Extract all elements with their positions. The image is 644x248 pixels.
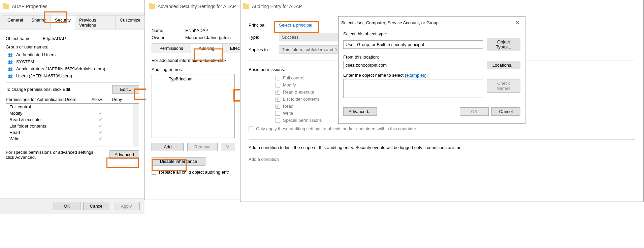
apply-button[interactable]: Apply (113, 202, 140, 210)
perm-checkbox[interactable] (276, 76, 280, 80)
perm-checkbox[interactable] (276, 83, 280, 87)
object-types-button[interactable]: Object Types... (487, 38, 520, 51)
adv-tabs: Permissions Auditing Effec (152, 43, 235, 53)
object-name-label: Object name: (6, 36, 43, 41)
perm-checkbox[interactable] (276, 97, 280, 102)
view-button[interactable]: V (221, 143, 234, 151)
enter-label-row: Enter the object name to select (example… (343, 73, 520, 78)
users-icon (8, 74, 14, 78)
info-text: For additional information, double-click (152, 58, 235, 63)
disable-inheritance-button[interactable]: Disable inheritance (152, 157, 205, 166)
tab-security[interactable]: Security (51, 15, 75, 30)
applies-dropdown[interactable]: This folder, subfolders and fi (279, 45, 343, 54)
window-title: Auditing Entry for ADAP (252, 4, 302, 9)
select-user-dialog: Select User, Computer, Service Account, … (338, 16, 525, 124)
auditing-entries-table[interactable]: Type Principal (152, 74, 235, 138)
permissions-table: Full control Modify Read & execute List … (6, 103, 139, 146)
tab-permissions[interactable]: Permissions (152, 43, 191, 53)
advanced-button[interactable]: Advanced... (343, 107, 377, 116)
owner-label: Owner: (152, 35, 185, 40)
tab-effective[interactable]: Effec (222, 43, 242, 53)
locations-button[interactable]: Locations... (487, 61, 520, 69)
cancel-button[interactable]: Cancel (83, 202, 110, 210)
tabs-row: General Sharing Security Previous Versio… (0, 15, 144, 30)
name-label: Name: (152, 28, 185, 33)
perm-checkbox[interactable] (276, 104, 280, 109)
change-perm-text: To change permissions, click Edit. (6, 87, 71, 92)
object-type-label: Select this object type: (343, 31, 520, 36)
properties-window: ADAP Properties General Sharing Security… (0, 0, 145, 200)
type-label: Type: (249, 35, 279, 40)
replace-label: Replace all child object auditing entr (159, 170, 229, 175)
ok-button[interactable]: OK (460, 107, 489, 116)
tab-customize[interactable]: Customize (116, 15, 145, 30)
folder-icon (243, 4, 249, 9)
perm-checkbox[interactable] (276, 118, 280, 123)
col-type: Type (155, 76, 175, 81)
tab-general[interactable]: General (3, 15, 27, 30)
object-name-value: E:\jaf\ADAP (43, 36, 66, 41)
select-principal-link[interactable]: Select a principal (279, 23, 312, 28)
special-text: For special permissions or advanced sett… (6, 150, 100, 160)
tab-previous[interactable]: Previous Versions (75, 15, 116, 30)
users-icon (8, 67, 14, 71)
list-item[interactable]: Users (JAFRIIN-6579\Users) (6, 72, 139, 79)
perm-header-label: Permissions for Authenticated Users (6, 97, 87, 102)
add-button[interactable]: Add (152, 143, 184, 151)
perm-checkbox[interactable] (276, 90, 280, 95)
scrollbar[interactable] (133, 104, 139, 146)
examples-link[interactable]: examples (406, 73, 425, 78)
window-title: ADAP Properties (12, 4, 47, 9)
titlebar-properties: ADAP Properties (0, 0, 144, 12)
applies-label: Applies to: (249, 47, 279, 52)
dialog-title: Select User, Computer, Service Account, … (341, 20, 439, 25)
owner-value: Mohamed Jafriin (jafriin (185, 35, 231, 40)
allow-col: Allow (87, 97, 107, 102)
group-listbox[interactable]: Authenticated Users SYSTEM Administrator… (6, 51, 139, 82)
principal-label: Principal: (249, 23, 279, 28)
ok-button[interactable]: OK (54, 202, 80, 210)
titlebar-auditing-entry: Auditing Entry for ADAP (240, 0, 643, 12)
properties-content: Object name: E:\jaf\ADAP Group or user n… (0, 30, 144, 198)
window-title: Advanced Security Settings for ADAP (158, 4, 236, 9)
group-label: Group or user names: (6, 44, 139, 49)
select-user-content: Select this object type: User, Group, or… (339, 29, 525, 120)
titlebar-select-user: Select User, Computer, Service Account, … (339, 16, 525, 29)
type-dropdown[interactable]: Success (279, 33, 343, 41)
folder-icon (149, 4, 155, 9)
name-value: E:\jaf\ADAP (185, 28, 208, 33)
only-apply-checkbox[interactable] (249, 127, 253, 131)
users-icon (8, 60, 14, 64)
close-icon[interactable]: ✕ (513, 20, 522, 26)
cancel-button[interactable]: Cancel (491, 107, 520, 116)
entries-label: Auditing entries: (152, 67, 235, 72)
advanced-window: Advanced Security Settings for ADAP Name… (146, 0, 240, 200)
folder-icon (3, 4, 9, 9)
titlebar-advanced: Advanced Security Settings for ADAP (146, 0, 240, 12)
tab-sharing[interactable]: Sharing (27, 15, 51, 30)
condition-text: Add a condition to limit the scope of th… (249, 145, 635, 150)
from-label: From this location: (343, 55, 520, 60)
object-type-field: User, Group, or Built-in security princi… (343, 40, 483, 49)
list-item[interactable]: Authenticated Users (6, 51, 139, 58)
from-field: csez.zohocorpin.com (343, 61, 483, 69)
col-principal: Principal (175, 76, 192, 81)
remove-button[interactable]: Remove (187, 143, 218, 151)
list-item[interactable]: SYSTEM (6, 58, 139, 65)
add-condition-link[interactable]: Add a condition (249, 157, 635, 162)
replace-checkbox[interactable] (152, 170, 156, 175)
object-name-input[interactable] (343, 79, 483, 98)
perm-checkbox[interactable] (276, 111, 280, 116)
only-apply-label: Only apply these auditing settings to ob… (256, 126, 416, 131)
advanced-button[interactable]: Advanced (109, 150, 139, 159)
list-item[interactable]: Administrators (JAFRIIN-6579\Administrat… (6, 65, 139, 72)
users-icon (8, 52, 14, 57)
check-names-button[interactable]: Check Names (487, 79, 520, 93)
deny-col: Deny (107, 97, 127, 102)
tab-auditing[interactable]: Auditing (191, 43, 222, 53)
advanced-content: Name:E:\jaf\ADAP Owner:Mohamed Jafriin (… (146, 12, 240, 199)
bottom-buttons: OK Cancel Apply (0, 198, 144, 214)
